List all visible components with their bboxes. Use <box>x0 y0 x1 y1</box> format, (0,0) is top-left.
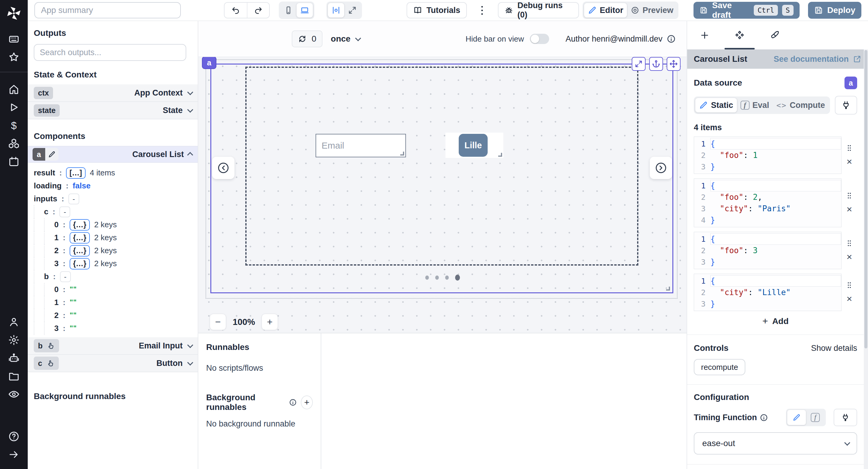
carousel-next-button[interactable] <box>650 157 672 179</box>
users-icon[interactable] <box>4 313 24 331</box>
schedules-calendar-icon[interactable] <box>4 153 24 170</box>
carousel-dot[interactable] <box>445 276 449 280</box>
tree-row[interactable]: inputs:- <box>34 192 195 205</box>
drag-handle-icon[interactable] <box>845 281 853 289</box>
resources-cubes-icon[interactable] <box>4 134 24 153</box>
app-summary-input[interactable] <box>34 2 181 19</box>
component-row-c[interactable]: c Button <box>28 355 198 372</box>
drag-handle-icon[interactable] <box>845 239 853 247</box>
zoom-in-button[interactable]: + <box>261 314 278 330</box>
tree-row[interactable]: 2:"" <box>34 309 195 322</box>
chevron-down-icon[interactable] <box>187 89 193 95</box>
refresh-mode-dropdown[interactable]: once <box>331 34 360 44</box>
drag-handle-icon[interactable] <box>845 192 853 199</box>
preview-tab[interactable]: Preview <box>627 3 677 18</box>
apps-icon[interactable] <box>4 30 24 48</box>
center-spacing-button[interactable] <box>328 3 344 18</box>
tree-row[interactable]: loading:false <box>34 179 195 192</box>
refresh-count-button[interactable]: 0 <box>292 30 322 47</box>
mobile-view-button[interactable] <box>280 3 297 18</box>
compute-mode-button[interactable]: <> Compute <box>773 98 829 113</box>
static-mode-button[interactable]: Static <box>695 98 737 113</box>
component-settings-tab[interactable] <box>722 21 757 50</box>
fullscreen-button[interactable] <box>344 3 361 18</box>
tree-row[interactable]: result:[...]4 items <box>34 166 195 179</box>
more-options-kebab-icon[interactable] <box>478 6 486 15</box>
json-editor[interactable]: 1{2 "foo": 2,3 "city": "Paris"4} <box>694 179 841 227</box>
audit-eye-icon[interactable] <box>4 385 24 403</box>
json-editor[interactable]: 1{2 "foo": 33} <box>694 232 841 269</box>
collapse-box[interactable]: - <box>60 271 71 282</box>
tree-row[interactable]: 3:"" <box>34 322 195 335</box>
move-component-button[interactable] <box>667 57 681 71</box>
add-item-button[interactable]: + Add <box>762 316 788 327</box>
windmill-logo-icon[interactable] <box>5 5 22 22</box>
scrollbar-thumb[interactable] <box>864 50 867 348</box>
tutorials-button[interactable]: Tutorials <box>407 2 467 19</box>
canvas-component-id-badge[interactable]: a <box>202 57 216 69</box>
search-outputs-input[interactable] <box>34 44 186 61</box>
recompute-button[interactable]: recompute <box>694 359 745 375</box>
tree-row[interactable]: 1:"" <box>34 296 195 309</box>
styling-brush-tab[interactable] <box>757 21 792 50</box>
show-details-button[interactable]: Show details <box>811 344 857 353</box>
carousel-prev-button[interactable] <box>212 157 235 179</box>
delete-item-icon[interactable]: × <box>846 252 852 262</box>
home-icon[interactable] <box>4 80 24 98</box>
expand-token[interactable]: {...} <box>70 245 90 256</box>
delete-item-icon[interactable]: × <box>846 294 852 304</box>
edit-id-pencil-icon[interactable] <box>45 148 59 161</box>
eval-mode-button[interactable]: f Eval <box>737 98 773 113</box>
email-input-component[interactable]: Email <box>315 134 406 157</box>
expand-token[interactable]: {...} <box>70 258 90 270</box>
connect-plug-button[interactable] <box>835 96 857 115</box>
resize-handle[interactable] <box>666 287 670 290</box>
info-icon[interactable] <box>667 34 676 43</box>
expand-sidebar-arrow-icon[interactable] <box>4 445 24 464</box>
tree-row[interactable]: 0:{...}2 keys <box>34 218 195 231</box>
delete-item-icon[interactable]: × <box>846 157 852 166</box>
runs-play-icon[interactable] <box>4 98 24 116</box>
tree-row[interactable]: 3:{...}2 keys <box>34 257 195 270</box>
component-row-b[interactable]: b Email Input <box>28 337 198 355</box>
tree-row[interactable]: b:- <box>34 270 195 283</box>
redo-button[interactable] <box>247 3 269 18</box>
insert-component-tab[interactable] <box>687 21 722 50</box>
variables-dollar-icon[interactable]: $ <box>4 116 24 134</box>
tree-row[interactable]: 1:{...}2 keys <box>34 231 195 244</box>
button-component-wrapper[interactable]: Lille <box>445 133 503 158</box>
inspector-scrollbar[interactable] <box>864 50 868 469</box>
expand-token[interactable]: [...] <box>66 167 86 179</box>
carousel-dot[interactable] <box>455 275 460 281</box>
deploy-button[interactable]: Deploy <box>808 2 861 19</box>
state-row[interactable]: state State <box>28 102 198 119</box>
workers-robot-icon[interactable] <box>4 349 24 367</box>
expand-token[interactable]: {...} <box>70 219 90 230</box>
carousel-dot[interactable] <box>425 276 429 280</box>
editor-tab[interactable]: Editor <box>584 3 627 18</box>
json-editor[interactable]: 1{2 "city": "Lille"3} <box>694 274 841 311</box>
timing-eval-button[interactable]: f <box>806 410 825 425</box>
tree-row[interactable]: 0:"" <box>34 283 195 296</box>
save-draft-button[interactable]: Save draft Ctrl S <box>693 2 800 19</box>
collapse-box[interactable]: - <box>59 207 70 217</box>
timing-function-select[interactable]: ease-out <box>694 432 857 455</box>
anchor-component-button[interactable] <box>649 57 663 71</box>
carousel-item-container[interactable] <box>245 67 638 265</box>
undo-button[interactable] <box>224 3 247 18</box>
chevron-down-icon[interactable] <box>187 107 193 113</box>
resize-handle[interactable] <box>400 152 404 156</box>
add-background-runnable-button[interactable]: + <box>301 396 313 409</box>
chevron-up-icon[interactable] <box>187 152 193 158</box>
settings-gear-icon[interactable] <box>4 331 24 349</box>
ctx-row[interactable]: ctx App Context <box>28 84 198 102</box>
json-editor[interactable]: 1{2 "foo": 13} <box>694 136 841 174</box>
tree-row[interactable]: 2:{...}2 keys <box>34 244 195 257</box>
resize-handle[interactable] <box>498 153 502 157</box>
debug-runs-button[interactable]: Debug runs (0) <box>498 2 579 19</box>
carousel-dot[interactable] <box>435 276 439 280</box>
timing-plug-button[interactable] <box>834 409 857 426</box>
help-icon[interactable] <box>4 428 24 445</box>
folders-icon[interactable] <box>4 367 24 385</box>
chevron-down-icon[interactable] <box>187 342 193 348</box>
